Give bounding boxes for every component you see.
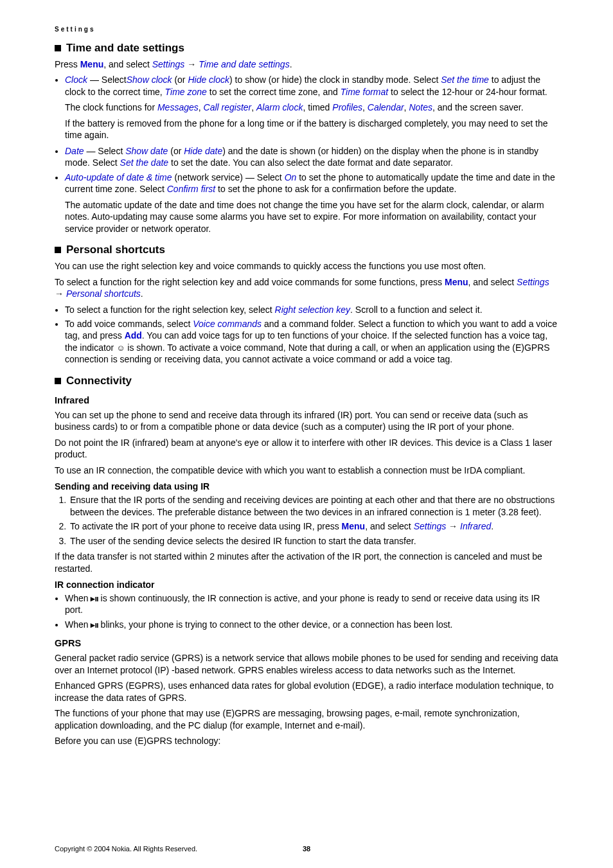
text: to set the date. You can also select the… <box>168 157 453 168</box>
text: , and the screen saver. <box>432 102 524 112</box>
clock-link[interactable]: Clock <box>65 75 87 85</box>
arrow-icon: → <box>446 521 460 531</box>
section-shortcuts: Personal shortcuts <box>55 244 558 256</box>
text: is shown. To activate a voice command, N… <box>65 342 550 364</box>
messages-link[interactable]: Messages <box>157 102 199 112</box>
ir-icon: ▸ıı <box>91 593 98 604</box>
text: To add voice commands, select <box>65 319 193 329</box>
gprs-p3: The functions of your phone that may use… <box>55 707 558 731</box>
infrared-p1: You can set up the phone to send and rec… <box>55 409 558 433</box>
page-number: 38 <box>303 845 310 853</box>
square-icon <box>55 247 61 253</box>
arrow-icon: → <box>55 288 66 299</box>
text: is shown continuously, the IR connection… <box>65 593 540 615</box>
battery-note: If the battery is removed from the phone… <box>65 118 558 141</box>
shortcuts-p1: You can use the right selection key and … <box>55 260 558 272</box>
settings-link[interactable]: Settings <box>414 521 447 531</box>
confirm-first-link[interactable]: Confirm first <box>167 184 215 194</box>
ir-step-1: Ensure that the IR ports of the sending … <box>69 494 558 518</box>
voice-commands-link[interactable]: Voice commands <box>193 319 262 329</box>
date-item: Date — Select Show date (or Hide date) a… <box>65 145 558 169</box>
voice-tag-icon: ☺ <box>116 342 125 353</box>
right-selection-link[interactable]: Right selection key <box>275 305 351 315</box>
clock-functions: The clock functions for Messages, Call r… <box>65 102 558 113</box>
auto-update-item: Auto-update of date & time (network serv… <box>65 172 558 235</box>
time-zone-link[interactable]: Time zone <box>165 87 207 97</box>
text: , and select <box>468 277 517 287</box>
square-icon <box>55 45 61 51</box>
text: , and select <box>365 521 414 531</box>
shortcut-li2: To add voice commands, select Voice comm… <box>65 318 558 366</box>
notes-link[interactable]: Notes <box>409 102 432 112</box>
infrared-p3: To use an IR connection, the compatible … <box>55 465 558 476</box>
settings-link[interactable]: Settings <box>517 277 549 287</box>
section-title: Time and date settings <box>66 42 184 55</box>
text: To select a function for the right selec… <box>65 305 275 315</box>
section-title: Personal shortcuts <box>66 244 165 256</box>
infrared-link[interactable]: Infrared <box>460 521 491 531</box>
text: Press <box>55 59 80 69</box>
add-link[interactable]: Add <box>125 330 142 341</box>
show-date-link[interactable]: Show date <box>125 146 168 156</box>
time-format-link[interactable]: Time format <box>341 87 389 97</box>
text: . Scroll to a function and select it. <box>350 305 482 315</box>
arrow-icon: → <box>184 59 199 69</box>
sending-heading: Sending and receiving data using IR <box>55 481 558 492</box>
profiles-link[interactable]: Profiles <box>332 102 362 112</box>
shortcut-li1: To select a function for the right selec… <box>65 304 558 315</box>
page-header: Settings <box>55 26 558 33</box>
callreg-link[interactable]: Call register <box>204 102 252 112</box>
text: to select the 12-hour or 24-hour format. <box>388 87 547 97</box>
text: The clock functions for <box>65 102 157 112</box>
text: ) to show (or hide) the clock in standby… <box>229 75 441 85</box>
text: , timed <box>303 102 332 112</box>
set-time-link[interactable]: Set the time <box>441 75 489 85</box>
menu-link[interactable]: Menu <box>80 59 104 69</box>
text: To activate the IR port of your phone to… <box>70 521 342 531</box>
text: , and select <box>103 59 152 69</box>
text: (or <box>172 75 188 85</box>
infrared-p2: Do not point the IR (infrared) beam at a… <box>55 437 558 461</box>
section-time-date: Time and date settings <box>55 42 558 55</box>
text: to set the phone to ask for a confirmati… <box>215 184 456 194</box>
calendar-link[interactable]: Calendar <box>368 102 404 112</box>
square-icon <box>55 378 61 384</box>
settings-link[interactable]: Settings <box>152 59 185 69</box>
text: — Select <box>84 146 126 156</box>
shortcuts-p2: To select a function for the right selec… <box>55 276 558 300</box>
ir-after-ol: If the data transfer is not started with… <box>55 551 558 574</box>
show-clock-link[interactable]: Show clock <box>127 75 172 85</box>
section-connectivity: Connectivity <box>55 375 558 387</box>
gprs-p1: General packet radio service (GPRS) is a… <box>55 652 558 676</box>
personal-shortcuts-link[interactable]: Personal shortcuts <box>66 288 141 299</box>
alarm-link[interactable]: Alarm clock <box>256 102 303 112</box>
ir-indicator-2: When ▸ıı blinks, your phone is trying to… <box>65 619 558 630</box>
text: — Select <box>87 75 127 85</box>
hide-clock-link[interactable]: Hide clock <box>188 75 229 85</box>
infrared-heading: Infrared <box>55 395 558 405</box>
auto-update-link[interactable]: Auto-update of date & time <box>65 172 172 182</box>
text: When <box>65 593 91 603</box>
text: (network service) — Select <box>172 172 285 182</box>
timedate-link[interactable]: Time and date settings <box>199 59 290 69</box>
hide-date-link[interactable]: Hide date <box>184 146 222 156</box>
section-title: Connectivity <box>66 375 132 387</box>
set-date-link[interactable]: Set the date <box>120 157 169 168</box>
ir-indicator-heading: IR connection indicator <box>55 580 558 590</box>
text: . <box>491 521 493 531</box>
ir-step-3: The user of the sending device selects t… <box>69 535 558 547</box>
text: (or <box>168 146 184 156</box>
ir-icon: ▸ıı <box>91 619 98 630</box>
gprs-p4: Before you can use (E)GPRS technology: <box>55 735 558 747</box>
date-link[interactable]: Date <box>65 146 84 156</box>
clock-item: Clock — SelectShow clock (or Hide clock)… <box>65 74 558 141</box>
menu-link[interactable]: Menu <box>445 277 468 287</box>
menu-link[interactable]: Menu <box>342 521 366 531</box>
auto-update-note: The automatic update of the date and tim… <box>65 199 558 235</box>
ir-indicator-1: When ▸ıı is shown continuously, the IR c… <box>65 592 558 616</box>
on-link[interactable]: On <box>285 172 297 182</box>
text: To select a function for the right selec… <box>55 277 445 287</box>
copyright-text: Copyright © 2004 Nokia. All Rights Reser… <box>55 845 197 853</box>
ir-step-2: To activate the IR port of your phone to… <box>69 520 558 532</box>
text: . <box>141 288 143 299</box>
